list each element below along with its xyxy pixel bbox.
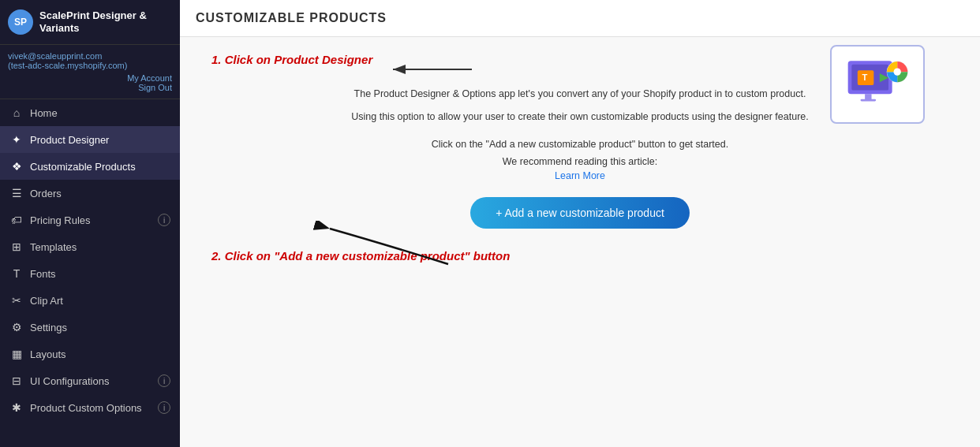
product-designer-icon: ✦ [9, 133, 24, 146]
sidebar-item-home[interactable]: ⌂ Home [0, 99, 180, 126]
main-content-area: CUSTOMIZABLE PRODUCTS 1. Click on Produc… [180, 0, 980, 447]
sidebar-user: vivek@scaleupprint.com (test-adc-scale.m… [0, 45, 180, 99]
sidebar-item-ui-configurations-label: UI Configurations [30, 375, 109, 387]
product-custom-options-info-icon[interactable]: i [158, 401, 170, 414]
home-icon: ⌂ [9, 106, 24, 119]
sidebar-item-product-custom-options[interactable]: ✱ Product Custom Options i [0, 394, 180, 421]
product-designer-illustration: T [830, 45, 925, 124]
sidebar-item-orders[interactable]: ☰ Orders [0, 180, 180, 207]
app-logo: SP [8, 9, 33, 35]
ui-config-icon: ⊟ [9, 374, 24, 387]
fonts-icon: T [9, 267, 24, 280]
arrow-annotation-1 [385, 58, 480, 81]
my-account-link[interactable]: My Account [127, 73, 172, 83]
sidebar-item-customizable-products-label: Customizable Products [30, 161, 136, 173]
sidebar-item-fonts-label: Fonts [30, 268, 56, 280]
sidebar-item-clip-art[interactable]: ✂ Clip Art [0, 287, 180, 314]
templates-icon: ⊞ [9, 240, 24, 253]
learn-more-link[interactable]: Learn More [555, 170, 605, 181]
customizable-products-icon: ❖ [9, 160, 24, 173]
pricing-rules-info-icon[interactable]: i [158, 214, 170, 226]
sidebar-item-customizable-products[interactable]: ❖ Customizable Products [0, 153, 180, 180]
sidebar-header: SP ScalePrint Designer & Variants [0, 0, 180, 45]
orders-icon: ☰ [9, 187, 24, 199]
sidebar-item-product-designer[interactable]: ✦ Product Designer [0, 126, 180, 153]
sidebar-item-pricing-rules-label: Pricing Rules [30, 214, 91, 226]
sidebar-item-fonts[interactable]: T Fonts [0, 260, 180, 287]
sidebar-item-layouts[interactable]: ▦ Layouts [0, 341, 180, 367]
recommend-text: We recommend reading this article: [503, 156, 657, 167]
sidebar-item-layouts-label: Layouts [30, 348, 66, 360]
sidebar-item-settings[interactable]: ⚙ Settings [0, 314, 180, 341]
sidebar-item-orders-label: Orders [30, 188, 62, 199]
product-custom-options-icon: ✱ [9, 401, 24, 414]
sidebar-item-home-label: Home [30, 107, 58, 119]
arrow-annotation-2 [306, 221, 464, 268]
page-title: CUSTOMIZABLE PRODUCTS [196, 11, 964, 25]
sidebar-item-templates-label: Templates [30, 241, 77, 253]
clip-art-icon: ✂ [9, 294, 24, 307]
product-desc-line1: The Product Designer & Options app let's… [351, 87, 808, 102]
main-body: 1. Click on Product Designer [180, 37, 980, 447]
user-shop: (test-adc-scale.myshopify.com) [8, 61, 172, 70]
sidebar-item-product-custom-options-label: Product Custom Options [30, 402, 142, 414]
sign-out-link[interactable]: Sign Out [138, 83, 172, 92]
main-header: CUSTOMIZABLE PRODUCTS [180, 0, 980, 37]
svg-text:T: T [862, 73, 867, 82]
sidebar-item-product-designer-label: Product Designer [30, 134, 109, 146]
sidebar-item-templates[interactable]: ⊞ Templates [0, 233, 180, 260]
settings-icon: ⚙ [9, 321, 24, 333]
svg-rect-4 [865, 94, 871, 99]
svg-point-10 [894, 68, 901, 75]
sidebar-item-ui-configurations[interactable]: ⊟ UI Configurations i [0, 367, 180, 394]
click-to-start-text: Click on the "Add a new customizable pro… [432, 139, 728, 150]
add-customizable-product-button[interactable]: + Add a new customizable product [470, 197, 690, 229]
sidebar-item-pricing-rules[interactable]: 🏷 Pricing Rules i [0, 207, 180, 233]
sidebar-item-settings-label: Settings [30, 322, 67, 333]
product-desc-line2: Using this option to allow your user to … [351, 110, 808, 125]
sidebar: SP ScalePrint Designer & Variants vivek@… [0, 0, 180, 447]
ui-config-info-icon[interactable]: i [158, 374, 170, 387]
sidebar-item-clip-art-label: Clip Art [30, 295, 63, 307]
layouts-icon: ▦ [9, 348, 24, 360]
svg-rect-5 [861, 99, 877, 101]
pricing-rules-icon: 🏷 [9, 214, 24, 226]
user-email: vivek@scaleupprint.com [8, 51, 172, 61]
app-brand: ScalePrint Designer & Variants [39, 9, 172, 34]
sidebar-nav: ⌂ Home ✦ Product Designer ❖ Customizable… [0, 99, 180, 447]
